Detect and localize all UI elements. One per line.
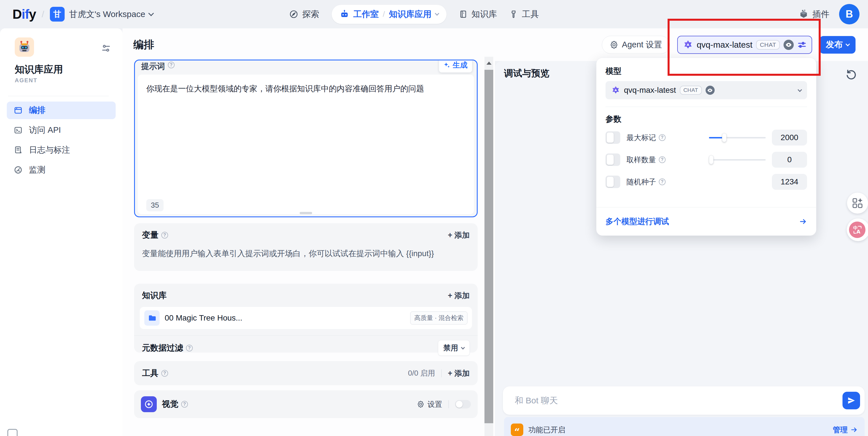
arrow-right-icon: [850, 426, 858, 433]
collapse-corner-icon[interactable]: [7, 429, 18, 436]
max-tokens-help-icon[interactable]: ?: [659, 134, 665, 141]
user-avatar[interactable]: B: [839, 4, 860, 24]
qwen-model-icon: [683, 40, 693, 50]
reset-conversation-icon[interactable]: [845, 68, 858, 81]
prompt-editor[interactable]: 你现在是一位大模型领域的专家，请你根据知识库中的内容准确回答用户的问题 35: [138, 75, 474, 214]
manage-features-link[interactable]: 管理: [833, 425, 858, 435]
vision-toggle[interactable]: [455, 400, 471, 408]
random-seed-toggle[interactable]: [606, 176, 620, 188]
nav-center: 探索 工作室 / 知识库应用 知识库 工具: [289, 0, 539, 28]
editor-resize-handle[interactable]: [300, 212, 312, 214]
up-triangle-icon: [487, 62, 492, 65]
slider-fill: [709, 137, 724, 139]
sidebar-item-api[interactable]: 访问 API: [7, 121, 116, 139]
main-scrollbar[interactable]: [485, 57, 493, 436]
top-navbar: Dify / 甘 甘虎文's Workspace 探索 工作室 / 知识库应用 …: [0, 0, 868, 28]
nav-item-tools[interactable]: 工具: [509, 8, 539, 20]
nav-current-app[interactable]: 知识库应用: [389, 8, 431, 20]
app-settings-icon[interactable]: [101, 43, 111, 53]
apps-sparkle-float-button[interactable]: [847, 193, 868, 213]
tools-help-icon[interactable]: ?: [161, 370, 168, 377]
add-tool-button[interactable]: + 添加: [448, 368, 470, 378]
gauge-icon: [13, 165, 23, 174]
workspace-name[interactable]: 甘虎文's Workspace: [69, 8, 146, 20]
model-mode-badge: CHAT: [680, 86, 702, 95]
max-tokens-toggle[interactable]: [606, 131, 620, 144]
tools-enabled-count: 0/0 启用: [408, 368, 435, 378]
sidebar-label-api: 访问 API: [29, 124, 61, 136]
sidebar-item-orchestrate[interactable]: 编排: [7, 101, 116, 119]
send-button[interactable]: [842, 392, 860, 409]
sidebar-item-monitoring[interactable]: 监测: [7, 161, 116, 179]
app-name: 知识库应用: [15, 63, 63, 76]
translate-float-button[interactable]: 中A: [847, 219, 868, 241]
slider-knob[interactable]: [709, 155, 714, 164]
model-select[interactable]: qvq-max-latest CHAT: [606, 81, 807, 99]
publish-button[interactable]: 发布: [819, 36, 856, 54]
random-seed-label: 随机种子: [626, 177, 656, 187]
prompt-help-icon[interactable]: ?: [168, 62, 175, 68]
scrollbar-up-button[interactable]: [485, 57, 493, 69]
metadata-filter-value: 禁用: [443, 343, 458, 353]
tools-title: 工具: [142, 368, 158, 379]
param-row-random-seed: 随机种子? 1234: [606, 173, 807, 191]
add-variable-button[interactable]: + 添加: [448, 230, 470, 240]
app-avatar-icon[interactable]: [15, 37, 34, 57]
chat-input-bar: [503, 386, 865, 415]
nav-item-plugins[interactable]: 插件: [799, 8, 830, 20]
nav-explore-label: 探索: [302, 8, 319, 20]
add-knowledge-button[interactable]: + 添加: [448, 290, 470, 301]
metadata-filter-help-icon[interactable]: ?: [186, 345, 193, 351]
sidebar-label-orchestrate: 编排: [29, 105, 45, 116]
nav-item-explore[interactable]: 探索: [289, 8, 319, 20]
sidebar-label-logs: 日志与标注: [29, 144, 70, 156]
dify-logo[interactable]: Dify: [12, 6, 36, 22]
random-seed-help-icon[interactable]: ?: [659, 178, 665, 185]
logo-d: D: [12, 7, 22, 22]
logo-y: y: [29, 7, 36, 22]
app-switch-chevron-icon[interactable]: [435, 11, 439, 16]
random-seed-value[interactable]: 1234: [772, 174, 807, 190]
features-enabled-bar: “ 功能已开启 管理: [504, 417, 865, 436]
sample-count-value[interactable]: 0: [772, 152, 807, 168]
metadata-filter-select[interactable]: 禁用: [438, 340, 470, 356]
workspace-avatar[interactable]: 甘: [50, 7, 65, 22]
variables-title: 变量: [142, 230, 158, 241]
vision-help-icon[interactable]: ?: [181, 401, 188, 408]
model-selector-trigger[interactable]: qvq-max-latest CHAT: [677, 36, 812, 54]
agent-settings-button[interactable]: Agent 设置: [602, 36, 670, 54]
sidebar-item-logs[interactable]: 日志与标注: [7, 141, 116, 159]
vision-settings-button[interactable]: 设置: [417, 399, 442, 409]
max-tokens-label: 最大标记: [626, 133, 656, 143]
knowledge-item-row[interactable]: 00 Magic Tree Hous... 高质量 · 混合检索: [140, 307, 472, 329]
robot-emoji-icon: [17, 40, 32, 55]
tools-divider: [441, 369, 442, 377]
max-tokens-slider[interactable]: [709, 133, 766, 142]
nav-item-knowledge[interactable]: 知识库: [459, 8, 497, 20]
scrollbar-thumb[interactable]: [485, 70, 493, 423]
logo-if: if: [22, 7, 29, 22]
model-params-icon[interactable]: [798, 40, 806, 49]
selected-model-name: qvq-max-latest: [624, 86, 676, 95]
chat-input[interactable]: [515, 396, 842, 405]
model-section-label: 模型: [606, 66, 807, 77]
knowledge-title: 知识库: [142, 290, 167, 301]
sample-count-toggle[interactable]: [606, 153, 620, 166]
sample-count-label: 取样数量: [626, 155, 656, 165]
nav-item-studio[interactable]: 工作室: [353, 8, 379, 20]
pill-slash: /: [383, 10, 385, 19]
panel-divider: [606, 107, 807, 107]
multi-model-debug-link[interactable]: 多个模型进行调试: [606, 216, 669, 227]
char-count-badge: 35: [146, 199, 163, 211]
sample-count-slider[interactable]: [709, 155, 766, 164]
page-header: 编排 Agent 设置 qvq-max-latest CHAT 发布: [122, 28, 868, 61]
max-tokens-value[interactable]: 2000: [772, 129, 807, 146]
variables-help-icon[interactable]: ?: [161, 232, 168, 238]
sample-count-help-icon[interactable]: ?: [659, 156, 665, 163]
workspace-chevron-icon[interactable]: [149, 10, 154, 16]
slider-knob[interactable]: [722, 133, 726, 142]
variables-card: 变量 ? + 添加 变量能使用用户输入表单引入提示词或开场白，你可以试试在提示词…: [134, 223, 478, 271]
model-name: qvq-max-latest: [697, 40, 753, 50]
generate-button[interactable]: 生成: [439, 60, 472, 72]
compass-icon: [289, 10, 298, 19]
